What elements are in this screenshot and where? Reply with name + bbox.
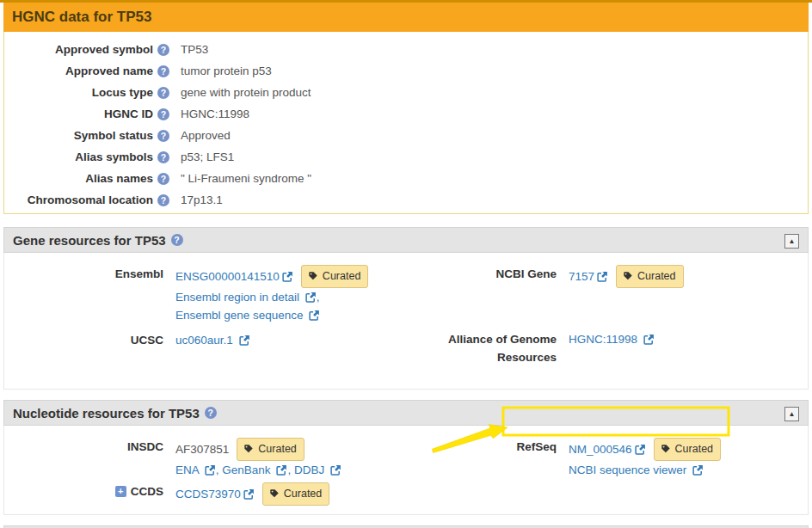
ucsc-id-link[interactable]: uc060aur.1 [175, 334, 233, 347]
separator: , [317, 291, 320, 304]
hgnc-gene-page: HGNC data for TP53 Approved symbol? TP53… [0, 0, 812, 528]
external-link-icon [635, 444, 646, 455]
field-label: Approved symbol [55, 43, 153, 56]
external-link-icon [330, 464, 341, 476]
field-value: TP53 [181, 43, 808, 56]
external-link-icon [643, 334, 655, 345]
resource-row-insdc: INSDC AF307851 Curated ENA , GenBank , D… [4, 438, 406, 479]
table-row: Chromosomal location? 17p13.1 [4, 189, 808, 211]
collapse-button[interactable]: ▲ [784, 234, 799, 249]
gene-resources-section: Gene resources for TP53 ? ▲ Ensembl ENSG… [3, 227, 809, 390]
ensembl-id-link[interactable]: ENSG00000141510 [175, 267, 280, 286]
collapse-button[interactable]: ▲ [784, 407, 799, 421]
field-value: 17p13.1 [181, 193, 808, 206]
ena-link[interactable]: ENA [175, 464, 199, 476]
curated-badge: Curated [301, 265, 368, 288]
resource-row-alliance: Alliance of Genome Resources HGNC:11998 [406, 330, 808, 366]
help-icon[interactable]: ? [157, 194, 169, 206]
ddbj-link[interactable]: DDBJ [294, 464, 324, 476]
curated-badge: Curated [262, 482, 329, 506]
table-row: Approved symbol? TP53 [4, 39, 808, 60]
section-title: Gene resources for TP53 [13, 233, 166, 248]
expand-plus-icon[interactable]: + [115, 486, 126, 497]
help-icon[interactable]: ? [157, 44, 169, 56]
external-link-icon [692, 464, 704, 476]
table-row: Alias symbols? p53; LFS1 [4, 146, 808, 168]
section-title: Nucleotide resources for TP53 [13, 406, 200, 421]
nucleotide-resources-heading: Nucleotide resources for TP53 ? ▲ [3, 400, 809, 426]
nucleotide-left-column: INSDC AF307851 Curated ENA , GenBank , D… [4, 438, 406, 506]
field-label: Alias symbols [75, 150, 153, 163]
resource-label: INSDC [4, 438, 163, 456]
resource-label: +CCDS [4, 482, 163, 500]
tag-icon [308, 271, 318, 281]
resource-row-ucsc: UCSC uc060aur.1 [4, 331, 406, 349]
resource-row-refseq: RefSeq NM_000546 Curated NCBI sequence v… [406, 438, 808, 479]
help-icon[interactable]: ? [157, 108, 169, 120]
ncbi-gene-id-link[interactable]: 7157 [569, 267, 594, 286]
resource-label: RefSeq [406, 438, 557, 456]
separator: , [216, 464, 219, 476]
help-icon[interactable]: ? [205, 407, 217, 419]
collapse-icon: ▲ [789, 237, 796, 245]
ncbi-sequence-viewer-link[interactable]: NCBI sequence viewer [569, 464, 686, 476]
table-row: HGNC ID? HGNC:11998 [4, 103, 808, 125]
field-value: gene with protein product [181, 86, 808, 99]
table-row: Locus type? gene with protein product [4, 82, 808, 103]
gene-resources-body: Ensembl ENSG00000141510 Curated Ensembl … [3, 253, 809, 390]
resource-label: Ensembl [4, 265, 163, 283]
nucleotide-resources-section: Nucleotide resources for TP53 ? ▲ INSDC … [3, 400, 809, 515]
curated-badge: Curated [616, 265, 683, 288]
field-value: tumor protein p53 [181, 64, 808, 77]
help-icon[interactable]: ? [157, 173, 169, 185]
resource-row-ccds: +CCDS CCDS73970 Curated [4, 482, 406, 506]
gene-left-column: Ensembl ENSG00000141510 Curated Ensembl … [4, 265, 406, 349]
collapse-icon: ▲ [789, 410, 796, 418]
external-link-icon [243, 488, 255, 500]
hgnc-data-panel: HGNC data for TP53 Approved symbol? TP53… [3, 3, 809, 214]
resource-label: UCSC [4, 331, 163, 349]
tag-icon [269, 488, 280, 499]
help-icon[interactable]: ? [157, 151, 169, 163]
table-row: Alias names? " Li-Fraumeni syndrome " [4, 168, 808, 189]
external-link-icon [276, 464, 287, 476]
ccds-id-link[interactable]: CCDS73970 [175, 485, 241, 504]
tag-icon [243, 444, 254, 454]
hgnc-panel-body: Approved symbol? TP53 Approved name? tum… [3, 32, 809, 214]
insdc-accession: AF307851 [175, 440, 229, 459]
field-value: " Li-Fraumeni syndrome " [181, 172, 808, 185]
help-icon[interactable]: ? [171, 234, 183, 246]
refseq-id-link[interactable]: NM_000546 [569, 440, 632, 459]
gene-resources-heading: Gene resources for TP53 ? ▲ [3, 227, 809, 253]
external-link-icon [597, 271, 608, 282]
tag-icon [661, 444, 671, 454]
field-value: p53; LFS1 [181, 150, 808, 163]
nucleotide-right-column: RefSeq NM_000546 Curated NCBI sequence v… [406, 438, 808, 479]
help-icon[interactable]: ? [157, 65, 169, 77]
field-label: Approved name [65, 64, 153, 77]
field-label: Chromosomal location [28, 193, 153, 206]
field-value: Approved [181, 129, 808, 142]
alliance-id-link[interactable]: HGNC:11998 [569, 333, 637, 346]
resource-row-ncbi: NCBI Gene 7157 Curated [406, 265, 808, 288]
ensembl-region-link[interactable]: Ensembl region in detail [175, 291, 299, 304]
gene-right-column: NCBI Gene 7157 Curated Alliance of Genom… [406, 265, 808, 366]
external-link-icon [205, 464, 216, 476]
help-icon[interactable]: ? [157, 87, 169, 99]
resource-label: Alliance of Genome Resources [406, 330, 557, 366]
field-label: Symbol status [74, 129, 153, 142]
resource-row-ensembl: Ensembl ENSG00000141510 Curated Ensembl … [4, 265, 406, 324]
field-value: HGNC:11998 [181, 107, 808, 120]
table-row: Symbol status? Approved [4, 125, 808, 146]
external-link-icon [305, 292, 317, 303]
resource-label: NCBI Gene [406, 265, 557, 283]
field-label: Alias names [85, 172, 153, 185]
hgnc-panel-title: HGNC data for TP53 [3, 3, 809, 32]
help-icon[interactable]: ? [157, 130, 169, 142]
genbank-link[interactable]: GenBank [222, 464, 270, 476]
ensembl-sequence-link[interactable]: Ensembl gene sequence [175, 309, 304, 322]
nucleotide-resources-body: INSDC AF307851 Curated ENA , GenBank , D… [3, 426, 809, 515]
curated-badge: Curated [654, 438, 721, 461]
separator: , [287, 464, 291, 476]
table-row: Approved name? tumor protein p53 [4, 60, 808, 82]
